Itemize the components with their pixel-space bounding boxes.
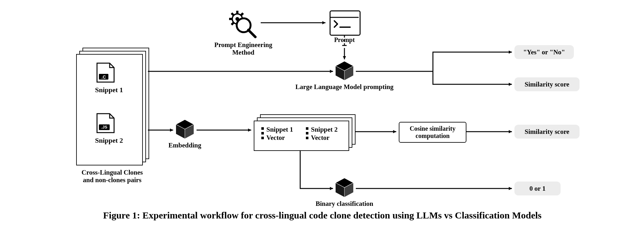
prompt-label: Prompt [329, 36, 360, 44]
embedding-label: Embedding [164, 141, 205, 149]
svg-rect-4 [236, 11, 239, 14]
svg-line-13 [248, 30, 255, 37]
svg-rect-6 [229, 18, 232, 20]
terminal-icon [330, 10, 361, 36]
workflow-diagram: .C Snippet 1 .JS Snippet 2 Cross-Lingual… [0, 0, 644, 233]
svg-rect-11 [240, 22, 244, 26]
cosine-box: Cosine similarity computation [399, 122, 466, 143]
svg-rect-8 [240, 12, 244, 16]
output-similarity-top: Similarity score [514, 77, 580, 91]
vec2-line2: Vector [311, 134, 346, 141]
vec1-line2: Vector [266, 134, 301, 141]
input-source-label: Cross-Lingual Clones and non-clones pair… [71, 169, 153, 184]
output-yes-no-text: "Yes" or "No" [523, 48, 565, 56]
embedding-cube-icon [176, 120, 194, 139]
output-yes-no: "Yes" or "No" [514, 45, 574, 59]
svg-rect-5 [236, 24, 239, 27]
vec2-line1: Snippet 2 [311, 126, 346, 133]
svg-point-12 [237, 18, 251, 32]
input-sheet-front [76, 54, 143, 165]
output-binary-text: 0 or 1 [530, 185, 546, 193]
vec1-line1: Snippet 1 [266, 126, 301, 133]
svg-point-2 [232, 14, 242, 24]
svg-rect-9 [231, 22, 234, 26]
prompt-engineering-label: Prompt Engineering Method [202, 41, 284, 56]
output-binary: 0 or 1 [514, 182, 561, 195]
output-similarity-top-text: Similarity score [525, 81, 569, 88]
svg-rect-7 [242, 18, 246, 20]
file-ext-c: .C [99, 75, 108, 80]
binary-cube-icon [336, 178, 353, 197]
llm-cube-icon [336, 61, 353, 80]
snippet2-label: Snippet 2 [87, 136, 131, 144]
svg-point-3 [235, 17, 239, 21]
output-similarity-mid-text: Similarity score [525, 128, 569, 136]
output-similarity-mid: Similarity score [514, 125, 580, 139]
svg-rect-10 [231, 12, 234, 16]
snippet1-label: Snippet 1 [87, 86, 131, 94]
binary-label: Binary classification [310, 200, 379, 207]
file-ext-js: .JS [99, 125, 110, 130]
figure-caption: Figure 1: Experimental workflow for cros… [82, 210, 562, 221]
cosine-label: Cosine similarity computation [410, 125, 456, 140]
llm-label: Large Language Model prompting [288, 83, 401, 91]
